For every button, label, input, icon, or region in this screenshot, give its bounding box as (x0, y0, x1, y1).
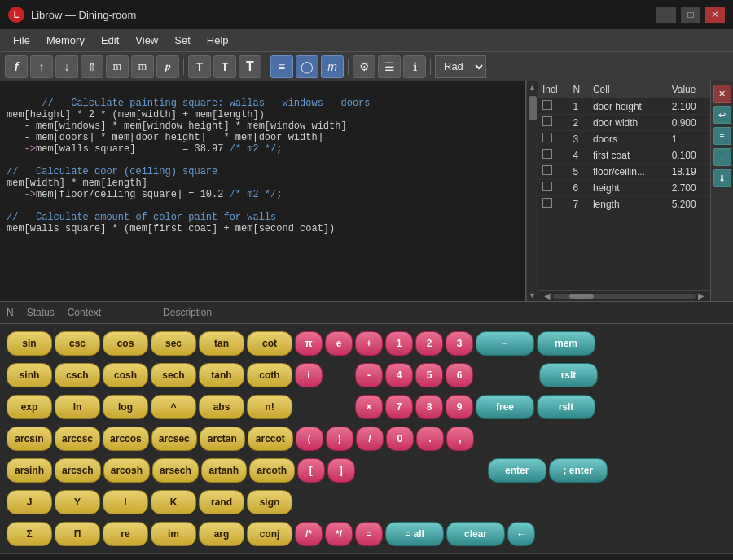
btn-rslt[interactable]: rslt (539, 363, 598, 387)
btn-abs[interactable]: abs (199, 395, 244, 419)
btn-comma[interactable]: , (446, 427, 474, 451)
btn-arrow[interactable]: → (476, 331, 534, 356)
vscroll-up-btn[interactable]: ▲ (527, 81, 538, 93)
btn-rbracket[interactable]: ] (327, 458, 355, 483)
list-icon-btn[interactable]: ≡ (713, 127, 731, 145)
btn-6[interactable]: 6 (446, 363, 473, 387)
btn-arctan[interactable]: arctan (200, 427, 245, 451)
btn-eq-all[interactable]: = all (385, 522, 444, 546)
tb-circle-button[interactable]: ◯ (296, 55, 318, 78)
table-hscroll[interactable]: ◀ ▶ (538, 290, 710, 301)
btn-rand[interactable]: rand (199, 490, 244, 514)
tb-m3-button[interactable]: m (321, 55, 344, 78)
btn-7[interactable]: 7 (385, 395, 413, 419)
btn-lparen[interactable]: ( (296, 427, 323, 451)
btn-pi[interactable]: π (295, 331, 323, 356)
tb-T2-button[interactable]: T (213, 55, 236, 78)
btn-comment-end[interactable]: */ (325, 522, 353, 546)
tb-T1-button[interactable]: T (188, 55, 211, 78)
tb-T3-button[interactable]: T (239, 55, 261, 78)
btn-lbracket[interactable]: [ (297, 458, 325, 483)
btn-nfact[interactable]: n! (247, 395, 292, 419)
editor-vscroll[interactable]: ▲ ▼ (526, 81, 538, 301)
btn-pi-prod[interactable]: Π (55, 522, 100, 546)
btn-arcsec[interactable]: arcsec (151, 427, 197, 451)
down2-icon-btn[interactable]: ⇓ (713, 169, 731, 187)
btn-tanh[interactable]: tanh (199, 363, 244, 387)
btn-sinh[interactable]: sinh (7, 363, 52, 387)
maximize-button[interactable]: □ (681, 7, 700, 23)
tb-p-button[interactable]: 𝒑 (156, 55, 179, 78)
btn-dot[interactable]: . (416, 427, 444, 451)
btn-arsech[interactable]: arsech (152, 458, 199, 483)
row1-checkbox[interactable] (542, 100, 552, 110)
hscroll-right-btn[interactable]: ▶ (696, 291, 707, 300)
btn-4[interactable]: 4 (385, 363, 413, 387)
btn-enter[interactable]: enter (488, 458, 546, 483)
btn-sigma[interactable]: Σ (7, 522, 52, 546)
btn-arcoth[interactable]: arcoth (249, 458, 295, 483)
btn-9[interactable]: 9 (446, 395, 473, 419)
btn-sign[interactable]: sign (247, 490, 292, 514)
btn-mul[interactable]: × (355, 395, 383, 419)
btn-comment-start[interactable]: /* (295, 522, 323, 546)
btn-artanh[interactable]: artanh (201, 458, 247, 483)
btn-1[interactable]: 1 (385, 331, 413, 356)
btn-5[interactable]: 5 (415, 363, 443, 387)
btn-mem[interactable]: mem (537, 331, 595, 356)
btn-8[interactable]: 8 (415, 395, 443, 419)
row5-checkbox[interactable] (542, 165, 552, 175)
tb-up2-button[interactable]: ⇑ (81, 55, 103, 78)
undo-icon-btn[interactable]: ↩ (713, 106, 731, 124)
close-button[interactable]: ✕ (705, 7, 725, 23)
tb-down-button[interactable]: ↓ (55, 55, 78, 78)
btn-cos[interactable]: cos (103, 331, 148, 356)
btn-3[interactable]: 3 (446, 331, 473, 356)
btn-Y[interactable]: Y (55, 490, 100, 514)
menu-edit[interactable]: Edit (94, 33, 125, 48)
btn-csch[interactable]: csch (55, 363, 100, 387)
btn-csc[interactable]: csc (55, 331, 100, 356)
btn-coth[interactable]: coth (247, 363, 292, 387)
btn-sec[interactable]: sec (151, 331, 196, 356)
btn-0[interactable]: 0 (386, 427, 414, 451)
btn-backspace[interactable]: ← (507, 522, 535, 546)
btn-log[interactable]: log (103, 395, 148, 419)
tb-gear-button[interactable]: ⚙ (353, 55, 375, 78)
btn-arccot[interactable]: arccot (248, 427, 293, 451)
row6-checkbox[interactable] (542, 182, 552, 191)
btn-div[interactable]: / (356, 427, 384, 451)
btn-arcsin[interactable]: arcsin (7, 427, 52, 451)
vscroll-down-btn[interactable]: ▼ (527, 290, 538, 301)
btn-sech[interactable]: sech (151, 363, 196, 387)
btn-arcsch[interactable]: arcsch (55, 458, 101, 483)
btn-rparen[interactable]: ) (326, 427, 353, 451)
btn-2[interactable]: 2 (415, 331, 443, 356)
angle-mode-select[interactable]: Rad Deg Grad (435, 55, 486, 78)
btn-arcosh[interactable]: arcosh (103, 458, 150, 483)
menu-set[interactable]: Set (168, 33, 197, 48)
btn-minus[interactable]: - (355, 363, 383, 387)
tb-m1-button[interactable]: m (106, 55, 129, 78)
btn-free[interactable]: free (476, 395, 534, 419)
hscroll-left-btn[interactable]: ◀ (542, 291, 553, 300)
btn-rslt2[interactable]: rslt (537, 395, 595, 419)
btn-arg[interactable]: arg (199, 522, 244, 546)
btn-arccos[interactable]: arccos (103, 427, 149, 451)
btn-arsinh[interactable]: arsinh (7, 458, 52, 483)
btn-K[interactable]: K (151, 490, 196, 514)
btn-eq[interactable]: = (355, 522, 383, 546)
btn-semi-enter[interactable]: ; enter (549, 458, 608, 483)
btn-clear[interactable]: clear (446, 522, 505, 546)
btn-e[interactable]: e (325, 331, 353, 356)
menu-view[interactable]: View (129, 33, 165, 48)
menu-help[interactable]: Help (200, 33, 235, 48)
btn-arccsc[interactable]: arccsc (55, 427, 100, 451)
btn-cosh[interactable]: cosh (103, 363, 148, 387)
btn-exp[interactable]: exp (7, 395, 52, 419)
tb-m2-button[interactable]: m (131, 55, 154, 78)
btn-sin[interactable]: sin (7, 331, 52, 356)
minimize-button[interactable]: — (656, 7, 676, 23)
btn-power[interactable]: ^ (151, 395, 196, 419)
btn-cot[interactable]: cot (247, 331, 292, 356)
